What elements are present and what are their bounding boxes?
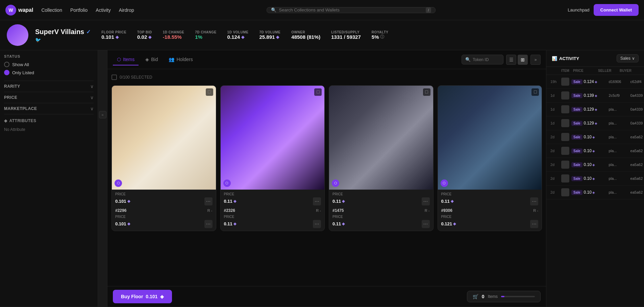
nft-price-label-1: PRICE [224, 215, 321, 219]
nav-collection[interactable]: Collection [41, 7, 62, 13]
nft-price-row-1: 0.11 ◈ ··· [224, 220, 321, 228]
twitter-icon[interactable]: 🐦 [35, 37, 91, 43]
activity-col-price: PRICE [573, 69, 597, 73]
launchpad-button[interactable]: Launchpad [568, 7, 589, 12]
activity-seller-2: pla... [609, 107, 629, 111]
nft-id-3: #9306 [441, 208, 452, 213]
grid-view-button[interactable]: ⊞ [518, 55, 528, 65]
nft-more-btn-3[interactable]: ··· [530, 220, 538, 228]
collection-header: SuperV Villains ✓ 🐦 FLOOR PRICE 0.101 ◈ … [0, 20, 644, 50]
grid-area: 0/100 SELECTED ☐ ⬡ PRICE 0 [107, 69, 546, 286]
nft-rarity-0: R - [207, 208, 213, 213]
nft-id-row-2: #1475 R - [332, 208, 430, 213]
activity-col-item: ITEM [561, 69, 572, 73]
activity-seller-0: d16906 [609, 80, 629, 84]
nft-card-3[interactable]: ☐ ⬡ PRICE 0.11 ◈ ··· [438, 85, 542, 231]
stat-1d-value: -18.55% [163, 34, 182, 40]
info-icon[interactable]: ⓘ [380, 34, 384, 40]
token-search-input[interactable] [473, 57, 500, 62]
tab-bid-label: Bid [151, 57, 158, 62]
nft-more-btn-top-3[interactable]: ··· [530, 197, 538, 205]
activity-buyer-4: ea5a62 [630, 135, 644, 139]
tab-items[interactable]: ⬡ Items [113, 54, 139, 65]
activity-header: 📊 ACTIVITY Sales ∨ [546, 50, 644, 67]
activity-time-3: 1d [550, 121, 560, 125]
stat-7d-volume: 7D VOLUME 25.891 ◈ [259, 30, 280, 40]
nft-price-top-1: 0.11 ◈ [224, 199, 236, 204]
list-view-button[interactable]: ☰ [506, 55, 516, 65]
counter-slider[interactable] [501, 296, 535, 297]
stat-floor-price: FLOOR PRICE 0.101 ◈ [101, 30, 126, 40]
radio-label-show-all: Show All [12, 62, 29, 67]
activity-seller-7: pla... [609, 176, 629, 180]
activity-thumb-7 [561, 174, 569, 183]
stat-listed-label: LISTED/SUPPLY [331, 30, 360, 34]
activity-row-2: 1d Sale 0.129 ◈ pla... 0a4339 [546, 103, 644, 116]
nft-price-label-top-2: PRICE [332, 192, 430, 196]
nft-price-label-top-0: PRICE [115, 192, 213, 196]
nft-more-btn-top-1[interactable]: ··· [313, 197, 321, 205]
nft-more-btn-top-0[interactable]: ··· [204, 197, 213, 205]
sidebar-toggle-area: « [98, 50, 107, 307]
nft-select-0[interactable]: ☐ [206, 88, 213, 96]
activity-item-col-6: Sale [561, 161, 583, 169]
price-collapse[interactable]: PRICE ∨ [4, 92, 94, 103]
nft-more-btn-2[interactable]: ··· [422, 220, 430, 228]
activity-price-1: 0.139 ◈ [584, 93, 608, 98]
nav-activity[interactable]: Activity [96, 7, 110, 13]
logo: W wapal [5, 5, 33, 16]
status-label: STATUS [4, 54, 94, 58]
nft-price-row-2: 0.11 ◈ ··· [332, 220, 430, 228]
radio-show-all[interactable]: Show All [4, 62, 94, 67]
nav-portfolio[interactable]: Portfolio [70, 7, 88, 13]
expand-button[interactable]: » [530, 55, 541, 65]
activity-price-7: 0.10 ◈ [584, 176, 608, 181]
sidebar-toggle-button[interactable]: « [99, 111, 106, 118]
holders-tab-icon: 👥 [169, 57, 174, 62]
global-search-input[interactable] [279, 7, 423, 12]
radio-only-listed[interactable]: Only Listed [4, 70, 94, 75]
nft-price-label-3: PRICE [441, 215, 539, 219]
nft-more-btn-0[interactable]: ··· [204, 220, 213, 228]
stat-7d-value: 1% [195, 34, 202, 40]
activity-badge-3: Sale [571, 121, 583, 126]
status-radio-group: Show All Only Listed [4, 62, 94, 75]
stat-top-bid: TOP BID 0.02 ◈ [137, 30, 152, 40]
nav-airdrop[interactable]: Airdrop [119, 7, 134, 13]
nft-card-1[interactable]: ☐ ⬡ PRICE 0.11 ◈ ··· [220, 85, 325, 231]
stat-bid-label: TOP BID [137, 30, 152, 34]
nft-price-0: 0.101 ◈ [115, 221, 130, 226]
nft-image-1: ☐ ⬡ [221, 86, 325, 190]
nft-card-0[interactable]: ☐ ⬡ PRICE 0.101 ◈ ··· [112, 85, 216, 231]
content-area: ⬡ Items ◈ Bid 👥 Holders 🔍 ☰ ⊞ » [107, 50, 546, 307]
activity-title: 📊 ACTIVITY [552, 56, 579, 61]
activity-thumb-1 [561, 91, 569, 100]
nft-more-btn-1[interactable]: ··· [313, 220, 321, 228]
marketplace-collapse[interactable]: MARKETPLACE ∨ [4, 103, 94, 114]
select-all-checkbox[interactable] [112, 75, 117, 80]
nft-price-top-row-2: 0.11 ◈ ··· [332, 197, 430, 205]
tab-bid[interactable]: ◈ Bid [141, 54, 162, 65]
rarity-collapse[interactable]: RARITY ∨ [4, 81, 94, 92]
items-tab-icon: ⬡ [117, 57, 121, 62]
header: W wapal Collection Portfolio Activity Ai… [0, 0, 644, 20]
token-search[interactable]: 🔍 [462, 55, 503, 64]
nft-card-2[interactable]: ☐ ⬡ PRICE 0.11 ◈ ··· [329, 85, 434, 231]
stat-7d-label: 7D CHANGE [195, 30, 216, 34]
activity-filter-dropdown[interactable]: Sales ∨ [617, 54, 639, 62]
nft-id-row-3: #9306 R - [441, 208, 539, 213]
attributes-label: ATTRIBUTES [9, 118, 36, 123]
nft-info-0: PRICE 0.101 ◈ ··· #2296 R - [112, 190, 216, 231]
nft-select-3[interactable]: ☐ [531, 88, 539, 96]
buy-floor-button[interactable]: Buy Floor 0.101 ◈ [113, 290, 172, 303]
nft-more-btn-top-2[interactable]: ··· [422, 197, 430, 205]
attributes-title: ◈ ATTRIBUTES [4, 118, 94, 123]
nft-select-1[interactable]: ☐ [314, 88, 322, 96]
nft-chain-icon-3: ⬡ [441, 179, 448, 187]
activity-item-col-0: Sale [561, 78, 583, 86]
tab-holders[interactable]: 👥 Holders [165, 54, 197, 65]
nft-select-2[interactable]: ☐ [423, 88, 430, 96]
activity-item-col-8: Sale [561, 188, 583, 196]
connect-wallet-button[interactable]: Connect Wallet [594, 4, 639, 16]
global-search-bar[interactable]: 🔍 / [267, 7, 436, 13]
